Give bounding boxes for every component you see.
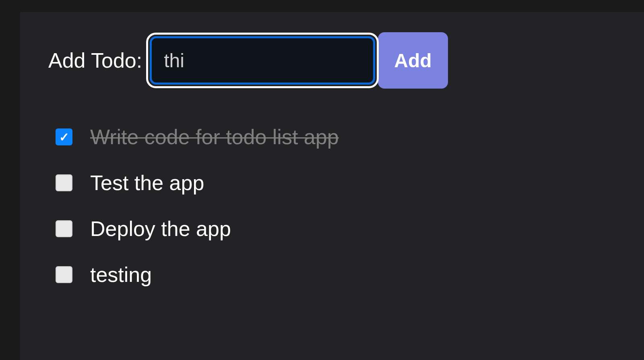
- todo-checkbox[interactable]: ✓: [56, 128, 72, 145]
- todo-text: Deploy the app: [90, 217, 231, 241]
- todo-text: testing: [90, 263, 152, 287]
- add-todo-label: Add Todo:: [48, 48, 142, 72]
- todo-text: Test the app: [90, 171, 204, 195]
- add-todo-row: Add Todo: Add: [48, 32, 616, 89]
- todo-checkbox[interactable]: [56, 220, 72, 237]
- todo-checkbox[interactable]: [56, 174, 72, 191]
- todo-text: Write code for todo list app: [90, 125, 339, 149]
- todo-item: ✓ Write code for todo list app: [56, 125, 616, 149]
- input-focus-ring: [146, 33, 379, 88]
- todo-list: ✓ Write code for todo list app Test the …: [48, 125, 616, 287]
- todo-item: testing: [56, 263, 616, 287]
- checkmark-icon: ✓: [59, 130, 69, 144]
- todo-app-container: Add Todo: Add ✓ Write code for todo list…: [20, 12, 644, 360]
- todo-input[interactable]: [150, 36, 375, 85]
- add-button[interactable]: Add: [378, 32, 448, 89]
- todo-item: Deploy the app: [56, 217, 616, 241]
- todo-item: Test the app: [56, 171, 616, 195]
- todo-checkbox[interactable]: [56, 266, 72, 283]
